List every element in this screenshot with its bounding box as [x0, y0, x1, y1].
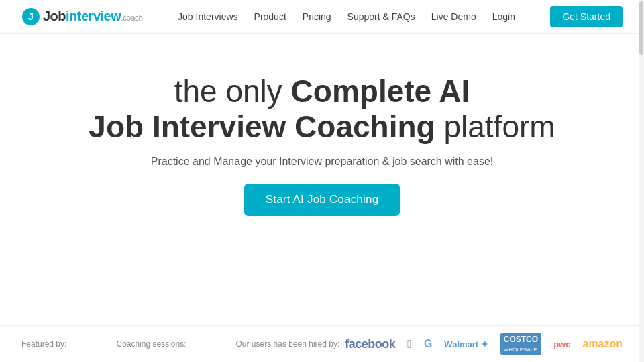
scrollbar[interactable] [639, 0, 644, 362]
hero-line2-suffix: platform [435, 109, 555, 144]
nav-right: Get Started [550, 6, 623, 27]
nav-link-product[interactable]: Product [254, 11, 286, 22]
featured-by-section: Featured by: [21, 339, 66, 349]
nav-link-pricing[interactable]: Pricing [303, 11, 331, 22]
nav-item-live-demo[interactable]: Live Demo [431, 11, 476, 23]
nav-link-support[interactable]: Support & FAQs [347, 11, 415, 22]
nav-links: Job Interviews Product Pricing Support &… [178, 11, 515, 23]
hero-section: the only Complete AI Job Interview Coach… [0, 34, 644, 236]
svg-text:J: J [28, 11, 34, 22]
hero-subtitle: Practice and Manage your Interview prepa… [151, 156, 494, 168]
logo-dot-coach: .coach [121, 13, 142, 23]
walmart-brand: Walmart ✦ [444, 339, 488, 349]
logo-interview: interview [66, 9, 121, 23]
get-started-button[interactable]: Get Started [550, 6, 623, 27]
hero-line1-prefix: the only [174, 74, 291, 109]
coaching-sessions-label: Coaching sessions: [116, 339, 186, 349]
hero-line1: the only Complete AI [89, 74, 555, 109]
featured-by-label: Featured by: [21, 339, 66, 349]
footer-brands: Featured by: Coaching sessions: Our user… [0, 325, 644, 362]
nav-item-job-interviews[interactable]: Job Interviews [178, 11, 237, 23]
scrollbar-thumb [639, 1, 643, 55]
nav-item-login[interactable]: Login [492, 11, 515, 23]
hero-line2-bold: Job Interview Coaching [89, 109, 435, 144]
nav-link-live-demo[interactable]: Live Demo [431, 11, 476, 22]
nav-item-pricing[interactable]: Pricing [303, 11, 331, 23]
brand-logos: facebook  G Walmart ✦ COSTCOWHOLESALE p… [345, 333, 623, 355]
logo[interactable]: J Jobinterview.coach [21, 7, 143, 26]
amazon-brand: amazon [582, 338, 623, 350]
costco-brand: COSTCOWHOLESALE [500, 333, 541, 355]
google-brand: G [424, 338, 432, 350]
coaching-sessions-section: Coaching sessions: [116, 339, 186, 349]
facebook-brand: facebook [345, 337, 395, 351]
nav-link-login[interactable]: Login [492, 11, 515, 22]
hero-line1-highlight: Complete AI [291, 74, 470, 109]
nav-item-support[interactable]: Support & FAQs [347, 11, 415, 23]
pwc-brand: pwc [553, 339, 570, 349]
nav-item-product[interactable]: Product [254, 11, 286, 23]
hired-by-label: Our users has been hired by: [236, 339, 340, 349]
apple-brand:  [407, 337, 412, 351]
logo-icon: J [21, 7, 40, 26]
navbar: J Jobinterview.coach Job Interviews Prod… [0, 0, 644, 34]
start-ai-coaching-button[interactable]: Start AI Job Coaching [244, 184, 400, 216]
logo-job: Job [43, 9, 66, 23]
nav-link-job-interviews[interactable]: Job Interviews [178, 11, 237, 22]
hero-headline: the only Complete AI Job Interview Coach… [89, 74, 555, 145]
hired-by-section: Our users has been hired by: facebook  … [236, 333, 623, 355]
hero-line2: Job Interview Coaching platform [89, 109, 555, 145]
